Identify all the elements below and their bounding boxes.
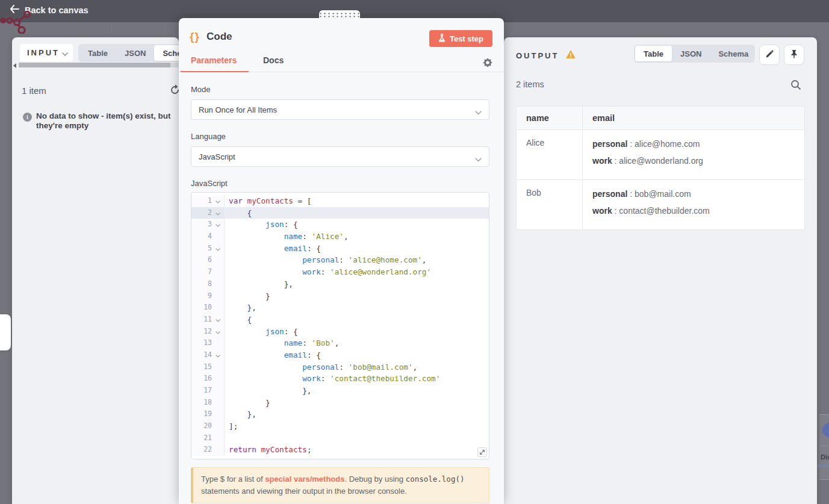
table-row: Alicepersonal : alice@home.comwork : ali… bbox=[517, 130, 805, 180]
hint-suffix: statements and viewing their output in t… bbox=[201, 487, 407, 496]
code-node-icon: {} bbox=[190, 30, 200, 43]
search-icon[interactable] bbox=[790, 79, 801, 92]
code-line-6[interactable]: 6 personal: 'alice@home.com', bbox=[191, 254, 489, 266]
horizontal-scrollbar-thumb[interactable] bbox=[19, 63, 170, 67]
hscroll-left-arrow[interactable] bbox=[13, 63, 16, 68]
line-number: 13 bbox=[191, 337, 212, 349]
test-step-button[interactable]: Test step bbox=[429, 30, 492, 47]
email-entry: personal : bob@mail.com bbox=[592, 188, 795, 201]
cell-name: Bob bbox=[517, 180, 583, 230]
mode-select[interactable]: Run Once for All Items bbox=[191, 99, 489, 120]
code-line-19[interactable]: 19 }, bbox=[191, 408, 489, 420]
hint-prefix: Type $ for a list of bbox=[201, 474, 265, 484]
code-text: }, bbox=[225, 278, 489, 290]
code-line-1[interactable]: 1var myContacts = [ bbox=[191, 195, 489, 207]
code-text: ]; bbox=[225, 420, 489, 432]
hint-middle: . Debug by using bbox=[344, 474, 405, 484]
line-number: 11 bbox=[191, 314, 212, 326]
pin-output-button[interactable] bbox=[784, 45, 804, 65]
fold-chevron-icon[interactable] bbox=[212, 207, 225, 219]
code-line-11[interactable]: 11 { bbox=[191, 314, 489, 326]
input-panel-expand-handle[interactable] bbox=[0, 314, 11, 350]
tab-table[interactable]: Table bbox=[79, 45, 116, 61]
warning-icon bbox=[565, 49, 576, 61]
code-node-modal: {} Code Test step Parameters Docs Mode R… bbox=[179, 18, 504, 504]
pencil-icon bbox=[765, 49, 774, 60]
code-line-14[interactable]: 14 email: { bbox=[191, 349, 489, 361]
language-select[interactable]: JavaScript bbox=[191, 146, 489, 167]
code-line-4[interactable]: 4 name: 'Alice', bbox=[191, 231, 489, 243]
editor-resize-handle[interactable] bbox=[477, 447, 487, 457]
code-text bbox=[225, 432, 489, 444]
code-line-9[interactable]: 9 } bbox=[191, 290, 489, 302]
tab-schema[interactable]: Schema bbox=[154, 45, 179, 61]
code-line-12[interactable]: 12 json: { bbox=[191, 326, 489, 338]
dimmed-canvas-right-strip: Dis dLega bbox=[817, 0, 829, 504]
fold-chevron-icon[interactable] bbox=[212, 349, 225, 361]
code-editor[interactable]: 1var myContacts = [2 {3 json: {4 name: '… bbox=[191, 192, 489, 459]
code-text: { bbox=[225, 314, 489, 326]
tab-docs[interactable]: Docs bbox=[263, 55, 284, 65]
refresh-icon[interactable] bbox=[170, 85, 179, 98]
code-text: }, bbox=[225, 385, 489, 397]
line-number: 16 bbox=[191, 373, 212, 385]
fold-chevron-icon[interactable] bbox=[212, 195, 225, 207]
fold-chevron-icon bbox=[212, 266, 225, 278]
fold-chevron-icon[interactable] bbox=[212, 219, 225, 231]
email-entry: personal : alice@home.com bbox=[592, 138, 795, 151]
line-number: 10 bbox=[191, 302, 212, 314]
input-selector[interactable]: INPUT bbox=[20, 44, 73, 61]
fold-chevron-icon bbox=[212, 254, 225, 266]
special-vars-link[interactable]: special vars/methods bbox=[265, 474, 344, 484]
tab-json[interactable]: JSON bbox=[116, 45, 154, 61]
code-line-20[interactable]: 20]; bbox=[191, 420, 489, 432]
code-text: email: { bbox=[225, 243, 489, 255]
code-line-2[interactable]: 2 { bbox=[191, 207, 489, 219]
chevron-down-icon bbox=[475, 155, 482, 164]
canvas-fragment-label: Dis bbox=[821, 453, 829, 461]
fold-chevron-icon bbox=[212, 408, 225, 420]
output-panel-title: OUTPUT bbox=[516, 51, 559, 60]
code-line-21[interactable]: 21 bbox=[191, 432, 489, 444]
code-text: name: 'Alice', bbox=[225, 231, 489, 243]
code-line-8[interactable]: 8 }, bbox=[191, 278, 489, 290]
fold-chevron-icon bbox=[212, 373, 225, 385]
code-line-22[interactable]: 22return myContacts; bbox=[191, 444, 489, 456]
tab-table[interactable]: Table bbox=[635, 46, 672, 61]
code-line-13[interactable]: 13 name: 'Bob', bbox=[191, 337, 489, 349]
code-text: { bbox=[225, 207, 489, 219]
output-table: name email Alicepersonal : alice@home.co… bbox=[516, 106, 805, 230]
fold-chevron-icon bbox=[212, 231, 225, 243]
code-line-15[interactable]: 15 personal: 'bob@mail.com', bbox=[191, 361, 489, 373]
code-line-18[interactable]: 18 } bbox=[191, 397, 489, 409]
code-line-3[interactable]: 3 json: { bbox=[191, 219, 489, 231]
fold-chevron-icon bbox=[212, 278, 225, 290]
code-text: } bbox=[225, 290, 489, 302]
tab-json[interactable]: JSON bbox=[672, 46, 710, 61]
code-text: } bbox=[225, 397, 489, 409]
code-line-5[interactable]: 5 email: { bbox=[191, 243, 489, 255]
fold-chevron-icon[interactable] bbox=[212, 314, 225, 326]
code-line-16[interactable]: 16 work: 'contact@thebuilder.com' bbox=[191, 373, 489, 385]
pushpin-icon bbox=[790, 49, 798, 60]
tab-schema[interactable]: Schema bbox=[710, 46, 757, 61]
line-number: 14 bbox=[191, 349, 212, 361]
column-header-email: email bbox=[583, 107, 805, 130]
fold-chevron-icon bbox=[212, 444, 225, 456]
input-panel: INPUT TableJSONSchema 1 item i No data t… bbox=[12, 37, 179, 504]
line-number: 6 bbox=[191, 254, 212, 266]
code-text: json: { bbox=[225, 326, 489, 338]
fold-chevron-icon[interactable] bbox=[212, 243, 225, 255]
code-line-7[interactable]: 7 work: 'alice@wonderland.org' bbox=[191, 266, 489, 278]
edit-output-button[interactable] bbox=[759, 45, 780, 65]
code-text: }, bbox=[225, 408, 489, 420]
line-number: 7 bbox=[191, 266, 212, 278]
code-line-10[interactable]: 10 }, bbox=[191, 302, 489, 314]
code-lines: 1var myContacts = [2 {3 json: {4 name: '… bbox=[191, 193, 489, 456]
fold-chevron-icon[interactable] bbox=[212, 326, 225, 338]
code-line-17[interactable]: 17 }, bbox=[191, 385, 489, 397]
horizontal-scrollbar[interactable] bbox=[19, 63, 179, 67]
tab-parameters[interactable]: Parameters bbox=[191, 55, 237, 65]
modal-drag-handle[interactable] bbox=[319, 10, 360, 19]
node-settings-gear-icon[interactable] bbox=[483, 58, 492, 69]
